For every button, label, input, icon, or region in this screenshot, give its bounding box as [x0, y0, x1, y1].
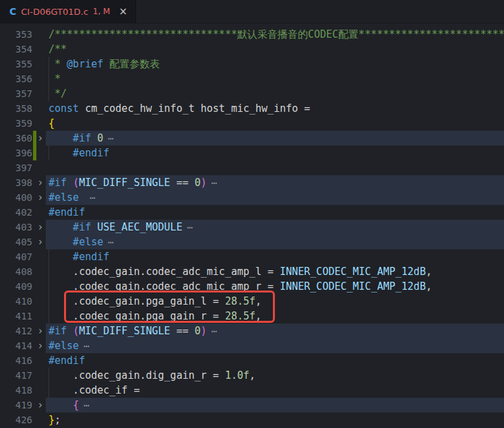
folded-region-highlight	[46, 338, 504, 353]
code-text: #else⋯	[49, 338, 90, 353]
tab-bar: C CI-D06GT01D.c 1, M ×	[0, 0, 504, 24]
line-number: 357	[0, 86, 32, 101]
code-text: #else ⋯	[49, 190, 96, 205]
code-line: 412›#if (MIC_DIFF_SINGLE == 0)⋯	[0, 324, 504, 338]
fold-chevron-icon[interactable]: ›	[36, 175, 45, 190]
tab-title: CI-D06GT01D.c	[21, 7, 88, 17]
fold-ellipsis-icon[interactable]: ⋯	[84, 400, 89, 410]
code-line: 405› #else⋯	[0, 235, 504, 249]
line-number: 412	[0, 324, 32, 338]
code-line: 397	[0, 160, 504, 175]
code-text: *	[49, 71, 61, 86]
code-line: 353/******************************默认采音播音…	[0, 27, 504, 42]
line-number: 407	[0, 249, 32, 264]
code-line: 414›#else⋯	[0, 338, 504, 353]
code-line: 416#endif	[0, 353, 504, 368]
code-line: 417 .codec_gain.dig_gain_r = 1.0f,	[0, 368, 504, 383]
fold-chevron-icon[interactable]: ›	[36, 131, 45, 146]
line-number: 353	[0, 27, 32, 42]
fold-ellipsis-icon[interactable]: ⋯	[84, 340, 89, 351]
line-number: 405	[0, 235, 32, 249]
code-text: .codec_gain.pga_gain_r = 28.5f,	[49, 309, 261, 324]
line-number: 410	[0, 294, 32, 309]
line-number: 400	[0, 190, 32, 205]
line-number: 414	[0, 338, 32, 353]
code-text: #endif	[49, 205, 85, 220]
folded-region-highlight	[46, 131, 504, 146]
code-text: * @brief 配置参数表	[49, 57, 160, 71]
code-text: .codec_gain.pga_gain_l = 28.5f,	[49, 294, 261, 309]
line-number: 409	[0, 279, 32, 294]
code-text: #if (MIC_DIFF_SINGLE == 0)⋯	[49, 175, 217, 190]
folded-region-highlight	[46, 190, 504, 205]
line-number: 360	[0, 131, 32, 146]
fold-chevron-icon[interactable]: ›	[36, 324, 45, 338]
code-line: 418 .codec_if =	[0, 383, 504, 398]
line-number: 396	[0, 146, 32, 160]
code-line: 419› {⋯	[0, 398, 504, 412]
code-text: .codec_if =	[49, 383, 139, 398]
code-line: 356 *	[0, 71, 504, 86]
code-text: #if 0⋯	[49, 131, 114, 146]
code-text: */	[49, 86, 67, 101]
line-number: 419	[0, 398, 32, 412]
fold-ellipsis-icon[interactable]: ⋯	[212, 177, 217, 188]
code-text: {⋯	[49, 398, 90, 412]
git-added-gutter-bar	[33, 146, 36, 160]
line-number: 411	[0, 309, 32, 324]
code-text: .codec_gain.dig_gain_r = 1.0f,	[49, 368, 255, 383]
code-text: .codec_gain.codec_adc_mic_amp_r = INNER_…	[49, 279, 432, 294]
line-number: 426	[0, 412, 32, 427]
line-number: 402	[0, 205, 32, 220]
fold-ellipsis-icon[interactable]: ⋯	[212, 326, 217, 336]
fold-ellipsis-icon[interactable]: ⋯	[108, 133, 113, 144]
code-line: 355 * @brief 配置参数表	[0, 57, 504, 71]
fold-chevron-icon[interactable]: ›	[36, 338, 45, 353]
code-text: /**	[49, 42, 67, 57]
code-line: 360› #if 0⋯	[0, 131, 504, 146]
line-number: 417	[0, 368, 32, 383]
line-number: 416	[0, 353, 32, 368]
code-text: #endif	[49, 146, 109, 160]
code-line: 358const cm_codec_hw_info_t host_mic_hw_…	[0, 101, 504, 116]
fold-ellipsis-icon[interactable]: ⋯	[90, 192, 95, 203]
code-line: 400›#else ⋯	[0, 190, 504, 205]
code-text: };	[49, 412, 61, 427]
fold-chevron-icon[interactable]: ›	[36, 190, 45, 205]
code-line: 408 .codec_gain.codec_adc_mic_amp_l = IN…	[0, 264, 504, 279]
code-text: #endif	[49, 249, 109, 264]
line-number: 355	[0, 57, 32, 71]
code-line: 407 #endif	[0, 249, 504, 264]
fold-chevron-icon[interactable]: ›	[36, 398, 45, 412]
line-number: 354	[0, 42, 32, 57]
code-text: #endif	[49, 353, 85, 368]
tab-decorations-badge: 1, M	[93, 7, 111, 16]
folded-region-highlight	[46, 235, 504, 249]
code-text: {	[49, 116, 55, 131]
code-line: 359{	[0, 116, 504, 131]
close-icon[interactable]: ×	[119, 7, 127, 17]
code-editor[interactable]: 353/******************************默认采音播音…	[0, 24, 504, 428]
c-file-icon: C	[9, 6, 16, 17]
code-line: 357 */	[0, 86, 504, 101]
line-number: 403	[0, 220, 32, 235]
code-text: #if (MIC_DIFF_SINGLE == 0)⋯	[49, 324, 217, 338]
code-text: .codec_gain.codec_adc_mic_amp_l = INNER_…	[49, 264, 432, 279]
fold-chevron-icon[interactable]: ›	[36, 235, 45, 249]
code-text: /******************************默认采音播音的CO…	[49, 27, 504, 42]
line-number: 398	[0, 175, 32, 190]
code-line: 354/**	[0, 42, 504, 57]
code-line: 402#endif	[0, 205, 504, 220]
fold-ellipsis-icon[interactable]: ⋯	[108, 237, 113, 247]
line-number: 408	[0, 264, 32, 279]
line-number: 397	[0, 160, 32, 175]
code-line: 396 #endif	[0, 146, 504, 160]
line-number: 356	[0, 71, 32, 86]
code-line: 426};	[0, 412, 504, 427]
fold-ellipsis-icon[interactable]: ⋯	[187, 222, 193, 233]
fold-chevron-icon[interactable]: ›	[36, 220, 45, 235]
line-number: 359	[0, 116, 32, 131]
folded-region-highlight	[46, 398, 504, 412]
tab-ci-d06gt01d[interactable]: C CI-D06GT01D.c 1, M ×	[0, 0, 136, 23]
code-line: 411 .codec_gain.pga_gain_r = 28.5f,	[0, 309, 504, 324]
